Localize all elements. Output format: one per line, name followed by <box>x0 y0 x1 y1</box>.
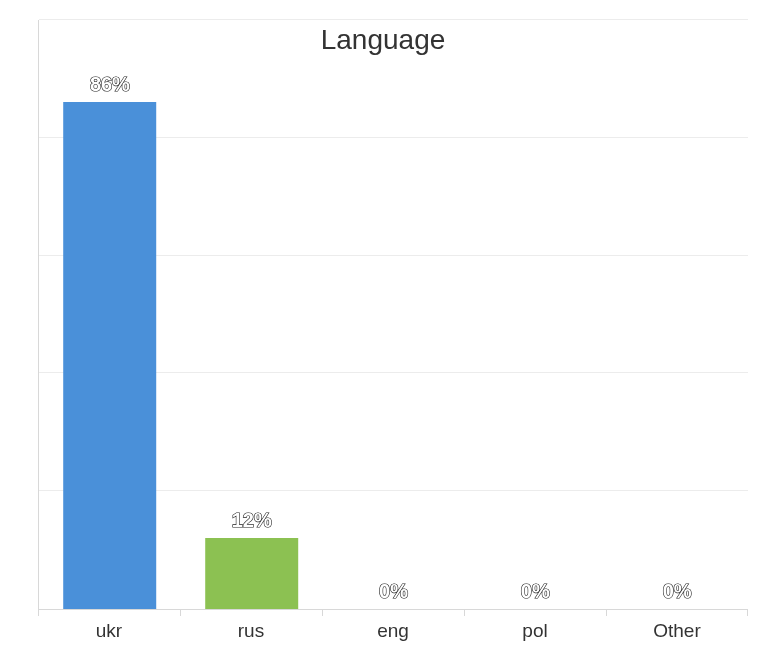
x-tick-mark <box>180 610 181 616</box>
bar-value-label: 86% <box>90 73 130 96</box>
language-bar-chart: Language 86%12%0%0%0% ukrrusengpolOther <box>0 0 766 664</box>
x-tick: eng <box>322 610 464 650</box>
plot-area: 86%12%0%0%0% <box>38 20 748 610</box>
bar-slot: 0% <box>323 20 465 609</box>
x-tick-label: eng <box>322 610 464 642</box>
bar <box>205 538 299 609</box>
bar-slot: 12% <box>181 20 323 609</box>
bars-container: 86%12%0%0%0% <box>39 20 748 609</box>
x-tick-label: Other <box>606 610 748 642</box>
x-tick-mark <box>464 610 465 616</box>
bar-value-label: 12% <box>232 509 272 532</box>
x-tick-mark <box>747 610 748 616</box>
bar-slot: 86% <box>39 20 181 609</box>
x-tick-label: pol <box>464 610 606 642</box>
x-tick: Other <box>606 610 748 650</box>
x-axis: ukrrusengpolOther <box>38 610 748 650</box>
bar-slot: 0% <box>464 20 606 609</box>
bar-value-label: 0% <box>379 580 408 603</box>
bar-slot: 0% <box>606 20 748 609</box>
x-tick: rus <box>180 610 322 650</box>
x-tick-mark <box>606 610 607 616</box>
bar-value-label: 0% <box>663 580 692 603</box>
x-tick: pol <box>464 610 606 650</box>
x-tick-label: rus <box>180 610 322 642</box>
x-tick-mark <box>38 610 39 616</box>
bar-value-label: 0% <box>521 580 550 603</box>
bar <box>63 102 157 609</box>
x-tick-mark <box>322 610 323 616</box>
x-tick-label: ukr <box>38 610 180 642</box>
x-tick: ukr <box>38 610 180 650</box>
